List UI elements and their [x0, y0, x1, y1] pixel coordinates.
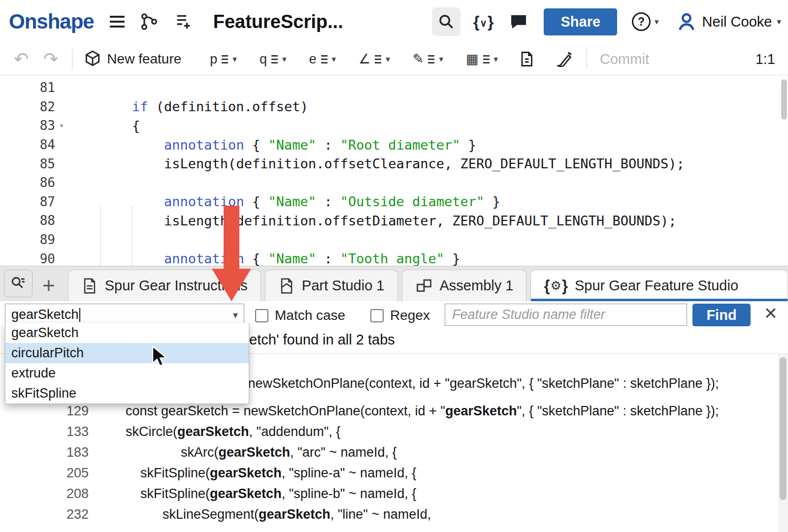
featurescript-notices-button[interactable]: {∨} [473, 13, 494, 31]
result-row[interactable]: 205skFitSpline(gearSketch, "spline-a" ~ … [0, 463, 771, 483]
commit-button[interactable]: Commit [600, 51, 649, 67]
tab-assembly-1[interactable]: Assembly 1 [402, 270, 527, 301]
tab-spur-gear-feature-studio[interactable]: {⚙}Spur Gear Feature Studio [530, 270, 788, 301]
help-menu[interactable]: ? ▾ [632, 12, 659, 31]
sketch-menu-icon: ∠ [359, 51, 370, 67]
main-menu-button[interactable] [110, 16, 125, 28]
editor-scrollbar-thumb[interactable] [781, 79, 787, 120]
line-number: 88 [0, 213, 55, 228]
result-code-segment: ", { "sketchPlane" : sketchPlane }); [517, 404, 719, 418]
feature-list-icon[interactable] [174, 12, 194, 31]
feature-toolbar: ↶ ↷ New feature p▾q▾e▾∠▾✎▾▦▾ Commit 1:1 [0, 43, 788, 75]
result-row[interactable]: 133skCircle(gearSketch, "addendum", { [0, 421, 771, 442]
find-button[interactable]: Find [692, 304, 751, 326]
code-line[interactable]: 86 [0, 173, 788, 192]
regex-checkbox[interactable]: Regex [370, 308, 430, 323]
result-code-segment: const gearSketch = newSketchOnPlane(cont… [126, 404, 445, 418]
code-token: : [316, 194, 340, 209]
history-item-circularpitch[interactable]: circularPitch [5, 343, 249, 363]
sketch-menu-button[interactable]: ∠▾ [359, 51, 390, 67]
redo-button[interactable]: ↷ [43, 50, 58, 68]
result-code-segment: skArc( [181, 445, 219, 460]
result-code-segment: gearSketch [445, 404, 517, 418]
code-token: if [132, 99, 148, 114]
add-tab-button[interactable]: + [42, 275, 55, 296]
pdf-icon [81, 277, 98, 295]
tab-part-studio-1[interactable]: Part Studio 1 [265, 270, 398, 301]
history-item-skfitspline[interactable]: skFitSpline [5, 383, 249, 404]
mouse-cursor-icon [151, 345, 169, 370]
result-code: skCircle(gearSketch, "addendum", { [126, 424, 340, 439]
search-button[interactable] [432, 7, 460, 36]
code-line[interactable]: 82 if (definition.offset) [0, 97, 788, 117]
cube-icon [83, 50, 102, 68]
results-scrollbar-thumb[interactable] [780, 357, 787, 500]
tab-label: Part Studio 1 [302, 278, 385, 294]
chevron-down-icon[interactable]: ▾ [233, 309, 238, 321]
code-token: } [444, 251, 460, 266]
result-row[interactable]: 208skFitSpline(gearSketch, "spline-b" ~ … [0, 483, 771, 504]
code-token: "Root diameter" [340, 137, 460, 153]
code-token: (definition.offset) [148, 99, 308, 114]
code-text: isLength(definition.offsetDiameter, ZERO… [68, 213, 676, 228]
new-feature-label[interactable]: New feature [107, 51, 181, 67]
code-text: annotation { "Name" : "Outside diameter"… [68, 194, 500, 209]
result-code-segment: skFitSpline( [140, 486, 210, 501]
document-title[interactable]: FeatureScrip... [213, 11, 343, 32]
match-case-checkbox[interactable]: Match case [255, 308, 345, 323]
code-line[interactable]: 84 annotation { "Name" : "Root diameter"… [0, 135, 788, 155]
code-line[interactable]: 89 [0, 230, 788, 250]
code-editor[interactable]: 8182 if (definition.offset)83▾ {84 annot… [0, 75, 788, 266]
chevron-down-icon: ▾ [494, 55, 498, 63]
comment-bubble-icon [508, 12, 529, 31]
result-code-segment: gearSketch [219, 445, 291, 460]
history-item-gearsketch[interactable]: gearSketch [5, 323, 249, 343]
search-tabs-icon [10, 275, 27, 292]
versions-icon[interactable] [139, 12, 159, 31]
format-code-button[interactable] [555, 50, 573, 68]
result-code: skFitSpline(gearSketch, "spline-a" ~ nam… [126, 466, 416, 481]
search-query-text: gearSketch [11, 307, 79, 322]
result-row[interactable]: 183skArc(gearSketch, "arc" ~ nameId, { [0, 442, 771, 463]
close-icon[interactable]: × [764, 302, 777, 324]
table-menu-button[interactable]: ▦▾ [466, 51, 498, 67]
code-token: "Name" [268, 251, 316, 266]
new-feature-button[interactable] [83, 50, 102, 68]
line-number: 84 [0, 137, 55, 152]
code-line[interactable]: 90 annotation { "Name" : "Tooth angle" } [0, 249, 788, 266]
line-number: 85 [0, 156, 55, 171]
comments-button[interactable] [508, 12, 529, 31]
result-row[interactable]: 232skLineSegment(gearSketch, "line" ~ na… [0, 504, 771, 525]
onshape-logo[interactable]: Onshape [9, 10, 94, 33]
feature-studio-filter-input[interactable] [445, 304, 687, 326]
chevron-down-icon: ▾ [282, 55, 287, 63]
annotation-menu-button[interactable]: ✎▾ [413, 51, 443, 67]
result-code-segment: gearSketch [259, 507, 330, 522]
checkbox-icon[interactable] [255, 309, 268, 322]
code-line[interactable]: 85 isLength(definition.offsetClearance, … [0, 154, 788, 173]
code-line[interactable]: 83▾ { [0, 116, 788, 135]
code-line[interactable]: 87 annotation { "Name" : "Outside diamet… [0, 192, 788, 212]
fs-icon: {⚙} [544, 277, 568, 295]
result-line-number: 205 [0, 466, 89, 481]
fold-toggle-icon[interactable]: ▾ [55, 121, 68, 130]
code-line[interactable]: 88 isLength(definition.offsetDiameter, Z… [0, 211, 788, 230]
result-code: skFitSpline(gearSketch, "spline-b" ~ nam… [126, 486, 416, 501]
precondition-menu-button[interactable]: p▾ [210, 52, 237, 67]
code-text: annotation { "Name" : "Root diameter" } [68, 137, 476, 153]
copy-button[interactable] [518, 50, 535, 68]
checkbox-icon[interactable] [370, 309, 384, 322]
share-button[interactable]: Share [544, 8, 617, 35]
user-menu[interactable]: Neil Cooke ▾ [676, 11, 781, 32]
search-tabs-button[interactable] [4, 270, 33, 297]
chevron-down-icon: ▾ [232, 55, 237, 63]
query-menu-button[interactable]: q▾ [260, 52, 287, 67]
result-code-segment: skCircle( [126, 424, 177, 439]
code-line[interactable]: 81 [0, 78, 788, 97]
undo-button[interactable]: ↶ [14, 50, 29, 68]
enum-menu-button[interactable]: e▾ [309, 52, 336, 67]
tab-label: Spur Gear Feature Studio [575, 278, 738, 294]
assembly-icon [415, 277, 433, 295]
chevron-down-icon: ▾ [777, 18, 781, 26]
history-item-extrude[interactable]: extrude [5, 363, 249, 383]
